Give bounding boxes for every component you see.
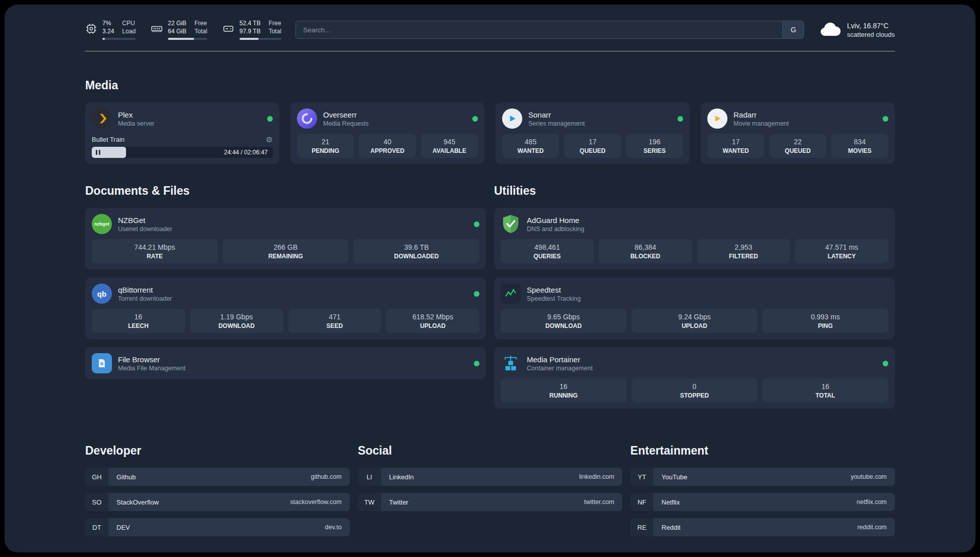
- stat-value: 39.6 TB: [355, 243, 477, 251]
- bookmark-group-entertainment: Entertainment YT YouTube youtube.com NF …: [630, 430, 895, 543]
- section-title-social: Social: [358, 444, 623, 458]
- cpu-load-label: Load: [122, 28, 136, 35]
- stat-label: STOPPED: [634, 392, 756, 399]
- section-documents: Documents & Files nzbget NZBGet Usenet d…: [85, 164, 486, 387]
- stat-value: 16: [764, 382, 886, 391]
- bookmark-netflix[interactable]: NF Netflix netflix.com: [630, 493, 895, 511]
- stat-label: BLOCKED: [601, 253, 690, 260]
- pause-icon[interactable]: [96, 150, 100, 155]
- overseerr-icon: [297, 108, 317, 129]
- app-meta: Media Portainer Container management: [527, 355, 593, 372]
- app-subtitle: Usenet downloader: [118, 226, 172, 233]
- stat-downloaded: 39.6 TB DOWNLOADED: [353, 239, 479, 263]
- stat-label: DOWNLOAD: [192, 322, 281, 329]
- app-card-adguard[interactable]: AdGuard Home DNS and adblocking 498,461 …: [494, 208, 895, 269]
- stat-label: FILTERED: [699, 253, 788, 260]
- app-card-nzbget[interactable]: nzbget NZBGet Usenet downloader 744.21 M…: [85, 208, 486, 269]
- bookmark-github[interactable]: GH Github github.com: [85, 468, 350, 486]
- app-meta: Plex Media server: [118, 110, 154, 127]
- bookmark-name: LinkedIn: [389, 473, 414, 481]
- cpu-load-value: 3.24: [102, 28, 114, 35]
- status-dot: [883, 116, 888, 122]
- stat-label: QUERIES: [503, 253, 592, 260]
- weather-widget: Lviv, 16.87°C scattered clouds: [819, 22, 895, 38]
- stat-value: 196: [628, 138, 681, 146]
- ram-free-value: 22 GiB: [168, 20, 187, 27]
- sonarr-icon: [502, 108, 522, 129]
- bookmark-linkedin[interactable]: LI LinkedIn linkedin.com: [358, 468, 623, 486]
- app-card-filebrowser[interactable]: File Browser Media File Management: [85, 347, 486, 379]
- app-card-sonarr[interactable]: Sonarr Series management 485 WANTED 17 Q…: [496, 102, 690, 164]
- stat-download: 9.65 Gbps DOWNLOAD: [501, 309, 627, 333]
- stat-pending: 21 PENDING: [297, 134, 354, 158]
- playback-time: 24:44 / 02:06:47: [224, 147, 268, 158]
- stat-label: REMAINING: [225, 253, 347, 260]
- card-header: Overseerr Media Requests: [297, 108, 478, 129]
- stat-queued: 22 QUEUED: [769, 134, 826, 158]
- ram-widget: 22 GiB 64 GiB Free Total: [151, 20, 207, 40]
- app-meta: AdGuard Home DNS and adblocking: [527, 216, 584, 233]
- ram-icon: [151, 23, 163, 35]
- bookmark-dev[interactable]: DT DEV dev.to: [85, 518, 350, 536]
- bookmark-twitter[interactable]: TW Twitter twitter.com: [358, 493, 623, 511]
- app-subtitle: DNS and adblocking: [527, 226, 584, 233]
- stats-row: 16 LEECH 1.19 Gbps DOWNLOAD 471 SEED 618…: [92, 309, 479, 333]
- stat-label: DOWNLOAD: [503, 322, 625, 329]
- stat-leech: 16 LEECH: [92, 309, 185, 333]
- stat-blocked: 86,384 BLOCKED: [599, 239, 692, 263]
- search-engine-button[interactable]: G: [782, 21, 804, 38]
- app-name: Sonarr: [528, 110, 585, 119]
- card-header: Sonarr Series management: [502, 108, 683, 129]
- bookmark-reddit[interactable]: RE Reddit reddit.com: [630, 518, 895, 536]
- bookmark-youtube[interactable]: YT YouTube youtube.com: [630, 468, 895, 486]
- app-card-qbittorrent[interactable]: qb qBittorrent Torrent downloader 16 LEE…: [85, 277, 486, 339]
- stat-stopped: 0 STOPPED: [632, 378, 758, 403]
- stats-row: 498,461 QUERIES 86,384 BLOCKED 2,953 FIL…: [501, 239, 888, 263]
- app-card-radarr[interactable]: Radarr Movie management 17 WANTED 22 QUE…: [701, 102, 895, 164]
- app-name: qBittorrent: [118, 286, 172, 294]
- bookmark-url: stackoverflow.com: [290, 498, 342, 506]
- ram-total-label: Total: [195, 28, 207, 35]
- stat-label: PING: [764, 322, 886, 329]
- stats-row: 9.65 Gbps DOWNLOAD 9.24 Gbps UPLOAD 0.99…: [501, 309, 888, 333]
- linkedin-icon: LI: [358, 468, 381, 486]
- disk-total-label: Total: [269, 28, 281, 35]
- card-header: AdGuard Home DNS and adblocking: [501, 214, 888, 234]
- stat-remaining: 266 GB REMAINING: [223, 239, 349, 263]
- status-dot: [267, 116, 273, 122]
- stat-value: 17: [566, 138, 619, 146]
- plex-icon: [92, 108, 112, 129]
- card-header: Plex Media server: [92, 108, 273, 129]
- app-subtitle: Torrent downloader: [118, 295, 172, 302]
- app-card-overseerr[interactable]: Overseerr Media Requests 21 PENDING 40 A…: [290, 102, 484, 164]
- stat-label: WANTED: [709, 147, 762, 154]
- status-dot: [474, 221, 479, 227]
- stat-total: 16 TOTAL: [762, 378, 888, 403]
- section-title-media: Media: [85, 79, 895, 92]
- stat-label: WANTED: [504, 147, 557, 154]
- app-card-portainer[interactable]: Media Portainer Container management 16 …: [494, 347, 895, 409]
- stat-value: 86,384: [601, 243, 690, 251]
- gear-icon[interactable]: ⚙: [266, 136, 273, 143]
- app-card-plex[interactable]: Plex Media server Bullet Train ⚙ 24:44 /…: [85, 102, 279, 164]
- stat-value: 945: [423, 138, 476, 146]
- adguard-icon: [501, 214, 521, 234]
- filebrowser-icon: [92, 353, 112, 373]
- app-card-speedtest[interactable]: Speedtest Speedtest Tracking 9.65 Gbps D…: [494, 277, 895, 339]
- app-name: NZBGet: [118, 216, 172, 225]
- speedtest-icon: [501, 284, 521, 304]
- search-input[interactable]: [295, 21, 804, 39]
- app-name: Radarr: [733, 110, 789, 119]
- stat-label: DOWNLOADED: [355, 253, 477, 260]
- portainer-icon: [501, 353, 521, 373]
- stats-row: 16 RUNNING 0 STOPPED 16 TOTAL: [501, 378, 888, 403]
- playback-bar[interactable]: 24:44 / 02:06:47: [92, 147, 273, 158]
- stat-wanted: 485 WANTED: [502, 134, 559, 158]
- stat-value: 17: [709, 138, 762, 146]
- stats-row: 744.21 Mbps RATE 266 GB REMAINING 39.6 T…: [92, 239, 479, 263]
- media-player: Bullet Train ⚙ 24:44 / 02:06:47: [92, 136, 273, 158]
- cpu-percent: 7%: [102, 20, 114, 27]
- stat-queries: 498,461 QUERIES: [501, 239, 594, 263]
- bookmark-stackoverflow[interactable]: SO StackOverflow stackoverflow.com: [85, 493, 350, 511]
- stat-value: 2,953: [699, 243, 788, 251]
